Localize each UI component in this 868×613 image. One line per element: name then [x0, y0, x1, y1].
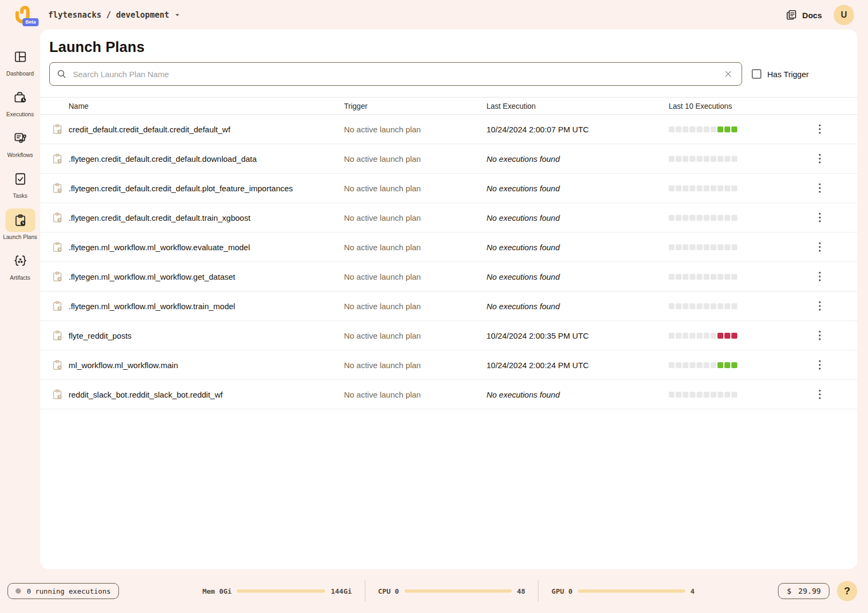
table-row[interactable]: .flytegen.credit_default.credit_default.… — [40, 174, 857, 203]
row-menu-button[interactable] — [808, 123, 832, 136]
table-row[interactable]: .flytegen.ml_workflow.ml_workflow.get_da… — [40, 262, 857, 291]
last-execution-cell: No executions found — [487, 272, 669, 281]
execution-square — [697, 333, 702, 339]
trigger-cell: No active launch plan — [344, 184, 487, 193]
launch-plan-icon — [51, 271, 69, 282]
kebab-icon — [815, 300, 824, 312]
breadcrumb[interactable]: flytesnacks / development — [48, 10, 181, 20]
launch-plan-name: ml_workflow.ml_workflow.main — [69, 361, 344, 370]
sidebar-item-label: Workflows — [7, 152, 33, 159]
table-row[interactable]: ml_workflow.ml_workflow.main No active l… — [40, 350, 857, 380]
execution-square — [704, 244, 709, 250]
execution-square[interactable] — [717, 362, 723, 368]
executions-cell — [669, 185, 808, 191]
meter-bar — [578, 589, 685, 593]
execution-square — [710, 215, 716, 221]
clear-search-button[interactable] — [721, 67, 735, 81]
table-row[interactable]: .flytegen.ml_workflow.ml_workflow.train_… — [40, 291, 857, 321]
execution-square — [717, 392, 723, 398]
execution-square — [704, 156, 709, 162]
avatar[interactable]: U — [834, 5, 854, 25]
sidebar-item-label: Dashboard — [6, 70, 34, 77]
execution-square — [704, 362, 709, 368]
row-menu-button[interactable] — [808, 300, 832, 312]
currency-symbol: $ — [787, 587, 791, 595]
row-menu-button[interactable] — [808, 358, 832, 371]
row-menu-button[interactable] — [808, 329, 832, 342]
help-button[interactable]: ? — [837, 581, 857, 601]
row-menu-button[interactable] — [808, 152, 832, 165]
row-menu-button[interactable] — [808, 388, 832, 401]
union-logo: Beta — [12, 4, 33, 26]
trigger-cell: No active launch plan — [344, 213, 487, 222]
sidebar-item-dashboard[interactable]: Dashboard — [1, 45, 40, 77]
running-executions-pill[interactable]: 0 running executions — [8, 583, 119, 599]
kebab-icon — [815, 182, 824, 195]
execution-square — [717, 244, 723, 250]
sidebar-item-artifacts[interactable]: Artifacts — [1, 249, 40, 281]
executions-cell — [669, 333, 808, 339]
kebab-icon — [815, 241, 824, 253]
sidebar-item-workflows[interactable]: Workflows — [1, 126, 40, 159]
last-execution-cell: No executions found — [487, 390, 669, 399]
execution-square — [690, 244, 695, 250]
execution-square — [669, 126, 675, 132]
column-header-trigger: Trigger — [344, 102, 487, 110]
trigger-cell: No active launch plan — [344, 390, 487, 399]
execution-square — [690, 303, 695, 309]
execution-square — [683, 333, 689, 339]
execution-square — [690, 333, 695, 339]
execution-square[interactable] — [724, 333, 730, 339]
table-row[interactable]: .flytegen.credit_default.credit_default.… — [40, 144, 857, 174]
table-row[interactable]: .flytegen.ml_workflow.ml_workflow.evalua… — [40, 233, 857, 262]
meter-label: GPU 0 — [551, 587, 572, 595]
sidebar-item-launch-plans[interactable]: Launch Plans — [1, 208, 40, 241]
artifacts-icon — [5, 249, 35, 273]
cost-button[interactable]: $ 29.99 — [778, 583, 829, 599]
has-trigger-checkbox[interactable] — [752, 69, 761, 79]
sidebar-item-tasks[interactable]: Tasks — [1, 167, 40, 199]
table-row[interactable]: credit_default.credit_default.credit_def… — [40, 115, 857, 144]
execution-square — [683, 392, 689, 398]
trigger-cell: No active launch plan — [344, 331, 487, 340]
execution-square[interactable] — [717, 333, 723, 339]
execution-square — [724, 156, 730, 162]
execution-square — [704, 215, 709, 221]
execution-square[interactable] — [717, 126, 723, 132]
launch-plan-name: credit_default.credit_default.credit_def… — [69, 125, 344, 134]
execution-square[interactable] — [731, 333, 737, 339]
trigger-cell: No active launch plan — [344, 302, 487, 311]
execution-square — [669, 392, 675, 398]
meter-capacity: 144Gi — [331, 587, 351, 595]
execution-square — [683, 185, 689, 191]
row-menu-button[interactable] — [808, 241, 832, 253]
execution-square — [690, 215, 695, 221]
has-trigger-label: Has Trigger — [767, 70, 809, 79]
sidebar-item-executions[interactable]: Executions — [1, 86, 40, 118]
execution-square[interactable] — [724, 362, 730, 368]
docs-link[interactable]: Docs — [785, 9, 822, 21]
row-menu-button[interactable] — [808, 182, 832, 195]
executions-cell — [669, 156, 808, 162]
table-row[interactable]: flyte_reddit_posts No active launch plan… — [40, 321, 857, 350]
row-menu-button[interactable] — [808, 211, 832, 224]
table-row[interactable]: reddit_slack_bot.reddit_slack_bot.reddit… — [40, 380, 857, 409]
has-trigger-filter[interactable]: Has Trigger — [752, 69, 809, 79]
execution-square — [676, 185, 682, 191]
execution-square[interactable] — [731, 362, 737, 368]
avatar-initial: U — [841, 10, 847, 20]
execution-square — [710, 126, 716, 132]
tasks-icon — [5, 167, 35, 191]
execution-square[interactable] — [724, 126, 730, 132]
execution-square — [690, 362, 695, 368]
execution-square[interactable] — [731, 126, 737, 132]
search-input[interactable] — [72, 69, 716, 79]
search-box — [49, 62, 742, 86]
sidebar-item-label: Artifacts — [10, 274, 31, 281]
meter-capacity: 4 — [691, 587, 695, 595]
row-menu-button[interactable] — [808, 270, 832, 283]
topbar: Beta flytesnacks / development Docs U — [0, 0, 868, 30]
topbar-right: Docs U — [785, 5, 854, 25]
table-row[interactable]: .flytegen.credit_default.credit_default.… — [40, 203, 857, 233]
launch-plan-icon — [51, 212, 69, 223]
